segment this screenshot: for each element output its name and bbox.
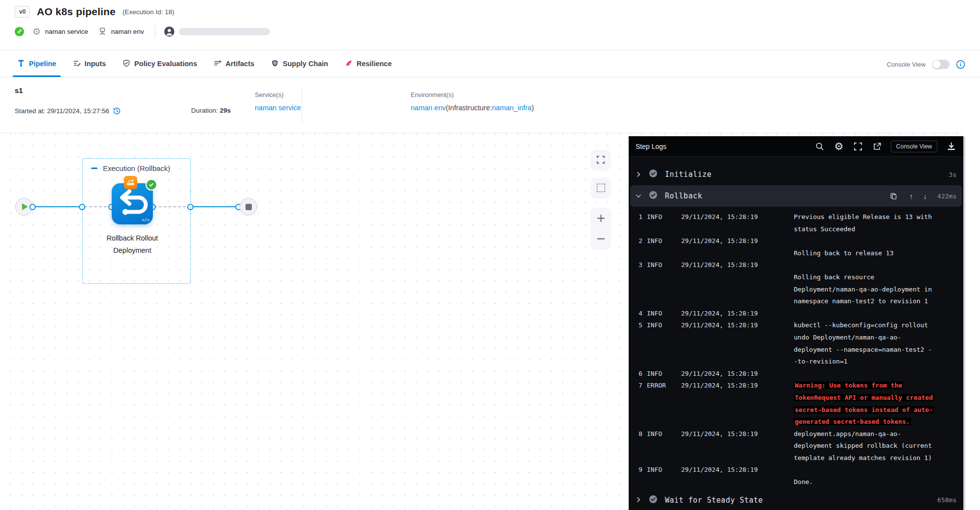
duration: Duration: 29s <box>191 107 231 114</box>
stage-group-title: Execution (Rollback) <box>103 164 171 172</box>
stage-name: s1 <box>15 86 23 95</box>
log-message: Previous eligible Release is 13 withstat… <box>794 211 963 235</box>
log-timestamp: 29/11/2024, 15:28:19 <box>681 259 794 271</box>
log-entry: 1 INFO 29/11/2024, 15:28:19 Previous eli… <box>629 211 963 235</box>
log-entry: 7 ERROR 29/11/2024, 15:28:19 Warning: Us… <box>629 380 963 428</box>
log-entry: 6 INFO 29/11/2024, 15:28:19 <box>629 368 963 380</box>
log-section-initialize[interactable]: Initialize 3s <box>629 164 963 185</box>
scroll-to-bottom-icon[interactable]: ↓ <box>923 192 927 200</box>
stage-info-bar: s1 Started at: 29/11/2024, 15:27:56 Dura… <box>0 77 980 133</box>
pipeline-title: AO k8s pipeline <box>37 6 116 18</box>
log-timestamp: 29/11/2024, 15:28:19 <box>681 319 794 332</box>
service-link[interactable]: naman service <box>255 104 301 112</box>
section-duration: 422ms <box>937 193 956 200</box>
environment-line: naman env(Infrastructure:naman_infra) <box>411 104 534 112</box>
service-name-label: naman service <box>45 28 88 35</box>
log-section-rollback[interactable]: Rollback ↑↓422ms <box>630 185 962 207</box>
infrastructure-link[interactable]: naman_infra <box>492 104 532 112</box>
avatar <box>164 26 174 37</box>
execution-id-label: (Execution Id: 18) <box>122 8 174 16</box>
step-success-badge-icon <box>649 169 658 180</box>
tab-supply-chain[interactable]: Supply Chain <box>265 50 335 77</box>
log-timestamp: 29/11/2024, 15:28:19 <box>681 380 794 392</box>
log-line-number: 3 <box>635 259 642 271</box>
log-line-number: 1 <box>635 211 642 223</box>
artifacts-icon <box>214 59 221 69</box>
gear-icon: ⚙ <box>32 27 41 36</box>
log-line-number: 7 <box>635 380 642 392</box>
log-line-number: 5 <box>635 319 642 332</box>
log-entry: 2 INFO 29/11/2024, 15:28:19 Rolling back… <box>629 235 963 259</box>
log-section-wait-for-steady-state[interactable]: Wait for Steady State 658ms <box>629 489 963 510</box>
play-icon <box>22 203 28 210</box>
rollout-rollback-badge-icon <box>124 176 137 189</box>
log-message: Rolling back resourceDeployment/naman-qa… <box>794 259 963 307</box>
zoom-out-button[interactable] <box>596 234 606 243</box>
tab-policy-evaluations[interactable]: Policy Evaluations <box>116 50 203 77</box>
log-message: Rolling back to release 13 <box>794 235 963 259</box>
zoom-in-button[interactable] <box>596 214 606 223</box>
end-node <box>240 198 257 216</box>
step-logs-panel: Step Logs ⚙ Console View Initialize 3s R… <box>629 136 963 510</box>
marquee-select-button[interactable] <box>591 178 611 197</box>
step-success-badge-icon <box>649 191 658 201</box>
log-entry: 5 INFO 29/11/2024, 15:28:19 kubectl --ku… <box>629 319 963 367</box>
log-level: INFO <box>647 259 681 271</box>
log-line-number: 2 <box>635 235 642 247</box>
tab-bar: PipelineInputsPolicy EvaluationsArtifact… <box>0 50 980 77</box>
log-level: INFO <box>647 464 681 476</box>
environment-name-label: naman env <box>111 28 144 35</box>
chevron-right-icon[interactable] <box>636 170 641 179</box>
console-view-label: Console View <box>887 61 926 68</box>
search-icon[interactable] <box>814 141 825 152</box>
log-message: Warning: Use tokens from theTokenRequest… <box>794 380 963 428</box>
info-icon[interactable] <box>956 60 965 69</box>
section-duration: 658ms <box>937 496 956 504</box>
tab-inputs[interactable]: Inputs <box>67 50 113 77</box>
code-glyph: </> <box>142 218 149 222</box>
tab-pipeline[interactable]: Pipeline <box>11 50 63 77</box>
chevron-right-icon[interactable] <box>636 495 641 505</box>
started-at: Started at: 29/11/2024, 15:27:56 <box>15 107 121 115</box>
chevron-down-icon[interactable] <box>636 192 641 201</box>
log-level: INFO <box>647 308 681 320</box>
marquee-icon <box>597 184 605 192</box>
version-badge: v0 <box>15 6 30 18</box>
scroll-to-top-icon[interactable]: ↑ <box>909 192 913 200</box>
stage-divider <box>302 88 302 123</box>
execution-history-icon[interactable] <box>113 107 121 115</box>
log-level: INFO <box>647 368 681 380</box>
supply-chain-icon <box>271 59 279 69</box>
tab-artifacts[interactable]: Artifacts <box>207 50 261 77</box>
success-check-icon <box>146 179 157 191</box>
step-node-label: Rollback Rollout Deployment <box>87 232 177 257</box>
tab-resilience[interactable]: Resilience <box>339 50 398 77</box>
log-timestamp: 29/11/2024, 15:28:19 <box>681 211 794 223</box>
rollback-step-node[interactable]: </> <box>112 183 153 224</box>
console-view-toggle[interactable] <box>932 60 950 69</box>
connector-dot <box>29 204 36 210</box>
log-panel-scrollbar[interactable] <box>963 136 965 510</box>
zoom-controls <box>591 208 611 249</box>
log-settings-gear-icon[interactable]: ⚙ <box>833 141 844 152</box>
log-message: Done. <box>794 464 963 488</box>
environment-link[interactable]: naman env <box>411 104 446 112</box>
step-logs-title: Step Logs <box>636 143 666 150</box>
open-in-new-icon[interactable] <box>872 141 882 152</box>
page-header: v0 AO k8s pipeline (Execution Id: 18) ⚙ … <box>0 0 980 50</box>
fit-to-screen-button[interactable] <box>591 150 611 170</box>
step-logs-header: Step Logs ⚙ Console View <box>629 136 963 157</box>
log-timestamp: 29/11/2024, 15:28:19 <box>681 368 794 380</box>
collapse-icon[interactable] <box>91 168 98 169</box>
log-entry: 3 INFO 29/11/2024, 15:28:19 Rolling back… <box>629 259 963 307</box>
log-level: ERROR <box>647 380 681 392</box>
log-entry: 4 INFO 29/11/2024, 15:28:19 <box>629 308 963 320</box>
log-level: INFO <box>647 211 681 223</box>
log-timestamp: 29/11/2024, 15:28:19 <box>681 235 794 247</box>
copy-logs-icon[interactable] <box>888 191 899 201</box>
download-logs-icon[interactable] <box>946 141 956 152</box>
redacted-user-email <box>179 28 270 35</box>
services-header: Service(s) <box>255 91 284 98</box>
console-view-button[interactable]: Console View <box>891 141 937 152</box>
expand-fullscreen-icon[interactable] <box>853 141 863 152</box>
